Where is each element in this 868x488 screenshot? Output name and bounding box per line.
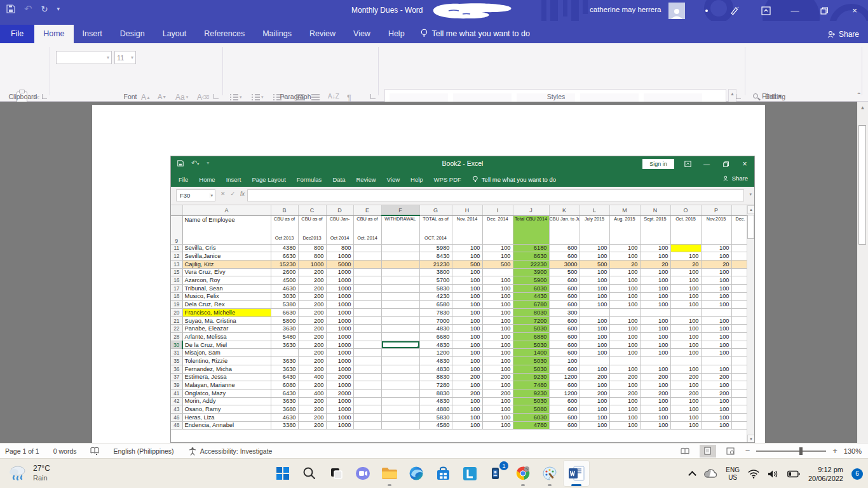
cell[interactable]: 100 (482, 365, 513, 373)
cell[interactable]: 100 (670, 268, 701, 276)
cell[interactable]: 100 (452, 381, 482, 390)
cell[interactable]: 5030 (513, 341, 549, 349)
excel-tab-insert[interactable]: Insert (226, 176, 241, 183)
cell[interactable]: 100 (609, 301, 640, 309)
cell[interactable]: Malayan, Marianne (182, 381, 271, 390)
cell[interactable]: 100 (452, 357, 482, 365)
col-header-N[interactable]: N (640, 205, 670, 215)
cell[interactable]: TOTAL as ofOCT. 2014 (419, 215, 452, 244)
numbering-button[interactable]: ▾ (252, 94, 264, 100)
cell[interactable]: 4830 (419, 341, 452, 349)
cell[interactable]: 200 (580, 389, 609, 397)
tell-me-box[interactable]: Tell me what you want to do (414, 24, 536, 43)
word-tab-layout[interactable]: Layout (154, 25, 196, 43)
cell[interactable]: 500 (482, 260, 513, 268)
word-tab-home[interactable]: Home (34, 25, 73, 43)
excel-restore-button[interactable] (716, 156, 735, 172)
cell[interactable]: 4880 (419, 405, 452, 414)
cell[interactable]: 200 (640, 373, 670, 381)
cell[interactable] (609, 357, 640, 365)
cell[interactable] (353, 365, 381, 373)
cell[interactable]: 100 (482, 413, 513, 421)
cell[interactable]: 3630 (271, 397, 298, 405)
cell[interactable]: 100 (609, 381, 640, 390)
row-header-41[interactable]: 41 (171, 389, 182, 397)
col-header-partial[interactable] (731, 205, 748, 215)
teams-chat-button[interactable] (349, 460, 376, 487)
cell[interactable]: 100 (482, 381, 513, 390)
cell[interactable]: 6580 (419, 301, 452, 309)
cell[interactable]: 100 (701, 244, 731, 252)
cell[interactable]: 100 (482, 252, 513, 261)
cell[interactable]: 3680 (271, 405, 298, 414)
cell[interactable]: 100 (670, 333, 701, 341)
cell[interactable]: 100 (452, 284, 482, 292)
row-header-30[interactable]: 30 (171, 341, 182, 349)
cell[interactable]: 4580 (419, 421, 452, 430)
cell[interactable]: 21230 (419, 260, 452, 268)
cell[interactable]: 100 (640, 268, 670, 276)
cell[interactable]: CBU Jan. to June 2015 (549, 215, 580, 244)
word-count[interactable]: 0 words (53, 447, 77, 455)
cell[interactable]: 100 (609, 316, 640, 325)
excel-tell-me-box[interactable]: Tell me what you want to do (472, 175, 556, 183)
cell[interactable]: 6680 (419, 333, 452, 341)
word-tab-review[interactable]: Review (301, 25, 344, 43)
row-header-37[interactable]: 37 (171, 373, 182, 381)
cell[interactable]: 1200 (549, 389, 580, 397)
cell[interactable] (731, 357, 748, 365)
cell[interactable]: 6080 (271, 381, 298, 390)
cell[interactable]: 200 (298, 301, 326, 309)
cell[interactable]: 100 (482, 405, 513, 414)
cell[interactable]: 100 (580, 397, 609, 405)
zoom-out-button[interactable]: − (745, 446, 750, 456)
cell[interactable]: 100 (670, 397, 701, 405)
cell[interactable] (353, 252, 381, 261)
font-name-combo[interactable]: ▾ (56, 51, 112, 64)
cell[interactable] (381, 365, 419, 373)
cell[interactable]: 100 (640, 381, 670, 390)
proofing-icon[interactable] (90, 447, 99, 455)
cell[interactable]: 100 (580, 301, 609, 309)
row-header-46[interactable]: 46 (171, 413, 182, 421)
cell[interactable] (353, 397, 381, 405)
cell[interactable] (381, 341, 419, 349)
cell[interactable]: 200 (298, 381, 326, 390)
formula-input[interactable] (247, 189, 744, 201)
row-header-11[interactable]: 11 (171, 244, 182, 252)
cell[interactable]: Aug. 2015 (609, 215, 640, 244)
zoom-in-button[interactable]: + (832, 446, 837, 456)
cell[interactable]: 100 (482, 397, 513, 405)
cell[interactable] (381, 413, 419, 421)
change-case-button[interactable]: Aa▾ (175, 93, 188, 102)
cell[interactable]: 200 (609, 389, 640, 397)
cell[interactable]: 4500 (271, 276, 298, 285)
excel-close-button[interactable]: × (735, 156, 754, 172)
cell[interactable] (609, 309, 640, 317)
row-header-28[interactable]: 28 (171, 333, 182, 341)
cell[interactable]: 200 (452, 389, 482, 397)
phone-link-button[interactable]: 1 (483, 460, 510, 487)
cell[interactable] (381, 373, 419, 381)
cell[interactable]: 6030 (513, 284, 549, 292)
accessibility-status[interactable]: Accessibility: Investigate (188, 447, 273, 456)
cell[interactable]: 1400 (513, 349, 549, 357)
cell[interactable]: 5030 (513, 357, 549, 365)
search-button[interactable] (296, 460, 323, 487)
cell[interactable]: 4830 (419, 325, 452, 333)
cell[interactable]: 200 (580, 373, 609, 381)
col-header-L[interactable]: L (580, 205, 609, 215)
cell[interactable] (731, 421, 748, 430)
language-switcher[interactable]: ENGUS (726, 466, 740, 482)
cell[interactable]: 100 (640, 341, 670, 349)
cell[interactable]: 1000 (326, 349, 353, 357)
cell[interactable]: 100 (701, 301, 731, 309)
cell[interactable]: 100 (482, 301, 513, 309)
excel-tab-wps-pdf[interactable]: WPS PDF (434, 176, 461, 183)
cell[interactable]: Francisco, Michelle (182, 309, 271, 317)
cell[interactable]: 100 (640, 405, 670, 414)
cell[interactable]: 100 (670, 325, 701, 333)
cell[interactable]: 200 (298, 284, 326, 292)
cell[interactable]: 100 (609, 333, 640, 341)
cell[interactable]: 100 (640, 244, 670, 252)
